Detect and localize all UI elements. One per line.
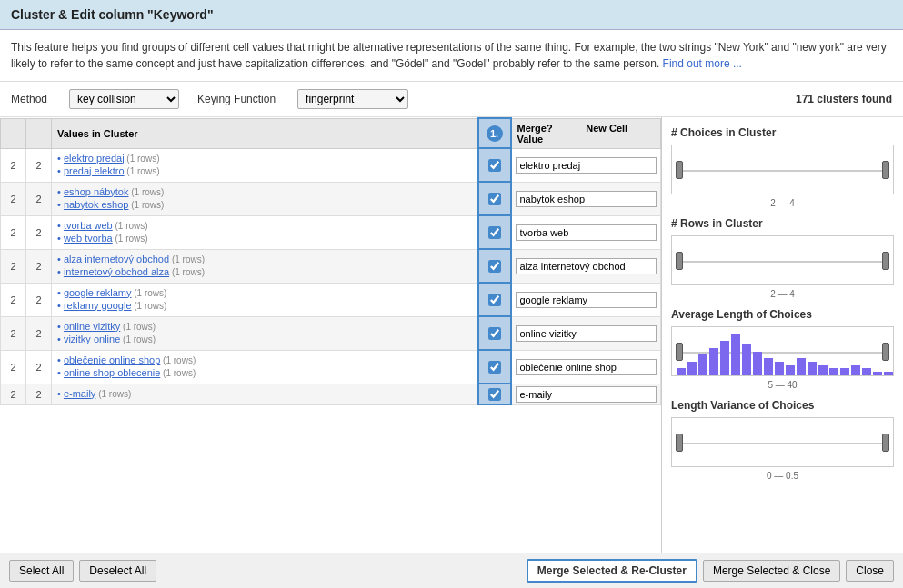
- cluster-values: tvorba web (1 rows)web tvorba (1 rows): [52, 215, 478, 249]
- col-header-merge-cb: 1.: [478, 118, 511, 148]
- cluster-values: e-maily (1 rows): [52, 384, 478, 404]
- histogram-bar: [720, 341, 729, 375]
- merge-reselect-button[interactable]: Merge Selected & Re-Cluster: [527, 559, 697, 583]
- merge-value-cell: [511, 316, 661, 350]
- merge-checkbox-cell: [478, 350, 511, 384]
- cluster-values: google reklamy (1 rows)reklamy google (1…: [52, 283, 478, 316]
- cluster-value-link[interactable]: web tvorba: [64, 233, 113, 244]
- cluster-value-link[interactable]: tvorba web: [64, 220, 113, 231]
- list-item: web tvorba (1 rows): [57, 233, 472, 244]
- histogram-bar: [808, 362, 817, 375]
- cluster-values: alza internetový obchod (1 rows)internet…: [52, 249, 478, 283]
- row-count-label: (1 rows): [95, 389, 131, 399]
- histogram-bar: [851, 365, 860, 375]
- row-count: 2: [26, 283, 52, 316]
- cluster-value-link[interactable]: online shop oblecenie: [64, 367, 160, 378]
- merge-checkbox[interactable]: [488, 226, 501, 239]
- choices-slider-right[interactable]: [882, 161, 889, 179]
- cluster-value-link[interactable]: e-maily: [64, 388, 95, 399]
- deselect-all-button[interactable]: Deselect All: [79, 560, 156, 582]
- merge-checkbox[interactable]: [488, 388, 501, 401]
- table-row: 22online vizitky (1 rows)vizitky online …: [1, 316, 661, 350]
- cluster-value-link[interactable]: online vizitky: [64, 321, 120, 332]
- description-text: This feature helps you find groups of di…: [11, 41, 887, 70]
- cluster-count: 2: [1, 384, 26, 404]
- cluster-value-link[interactable]: internetový obchod alza: [64, 266, 169, 277]
- rows-slider-left[interactable]: [676, 252, 683, 270]
- list-item: alza internetový obchod (1 rows): [57, 254, 472, 264]
- histogram-bar: [884, 372, 893, 375]
- histogram-bar: [753, 352, 762, 375]
- merge-checkbox[interactable]: [488, 193, 501, 205]
- cluster-value-link[interactable]: google reklamy: [64, 287, 132, 298]
- main-area: Values in Cluster 1. Merge? New Cell Val…: [0, 117, 903, 553]
- method-select[interactable]: key collision nearest neighbor: [69, 89, 179, 109]
- merge-value-input[interactable]: [516, 224, 657, 241]
- histogram-bar: [677, 368, 686, 375]
- cluster-count: 2: [1, 316, 26, 350]
- merge-value-input[interactable]: [516, 292, 657, 308]
- cluster-value-link[interactable]: elektro predaj: [64, 153, 125, 164]
- cluster-value-link[interactable]: nabytok eshop: [64, 199, 129, 210]
- cluster-value-link[interactable]: eshop nábytok: [64, 186, 129, 197]
- cluster-count: 2: [1, 350, 26, 384]
- row-count-label: (1 rows): [113, 234, 148, 244]
- list-item: elektro predaj (1 rows): [57, 153, 472, 164]
- cluster-value-link[interactable]: oblečenie online shop: [64, 354, 160, 365]
- table-row: 22tvorba web (1 rows)web tvorba (1 rows): [1, 215, 661, 249]
- merge-value-input[interactable]: [516, 258, 657, 274]
- table-area[interactable]: Values in Cluster 1. Merge? New Cell Val…: [0, 117, 662, 553]
- length-var-title: Length Variance of Choices: [671, 399, 894, 412]
- avg-length-range: 5 — 40: [671, 380, 894, 390]
- cluster-value-link[interactable]: alza internetový obchod: [64, 254, 169, 264]
- row-count-label: (1 rows): [160, 355, 196, 365]
- row-count-label: (1 rows): [169, 267, 205, 277]
- find-out-more-link[interactable]: Find out more ...: [663, 57, 742, 70]
- cluster-value-link[interactable]: predaj elektro: [64, 165, 125, 176]
- table-row: 22eshop nábytok (1 rows)nabytok eshop (1…: [1, 182, 661, 215]
- merge-checkbox-cell: [478, 215, 511, 249]
- row-count-label: (1 rows): [132, 288, 167, 298]
- row-count: 2: [26, 316, 52, 350]
- cluster-values: elektro predaj (1 rows)predaj elektro (1…: [52, 148, 478, 182]
- merge-value-input[interactable]: [516, 191, 657, 207]
- rows-slider-right[interactable]: [882, 252, 889, 270]
- histogram-bar: [797, 358, 806, 375]
- merge-checkbox[interactable]: [488, 361, 501, 374]
- method-bar: Method key collision nearest neighbor Ke…: [0, 82, 903, 117]
- merge-value-input[interactable]: [516, 359, 657, 375]
- table-row: 22google reklamy (1 rows)reklamy google …: [1, 283, 661, 316]
- row-count: 2: [26, 350, 52, 384]
- choices-slider-left[interactable]: [676, 161, 683, 179]
- list-item: online shop oblecenie (1 rows): [57, 367, 472, 378]
- keying-select[interactable]: fingerprint ngram-fingerprint metaphone3…: [297, 89, 408, 109]
- close-button[interactable]: Close: [846, 560, 894, 582]
- row-count-label: (1 rows): [160, 368, 196, 378]
- length-var-slider-left[interactable]: [676, 434, 683, 452]
- rows-chart: [671, 235, 894, 285]
- list-item: nabytok eshop (1 rows): [57, 199, 472, 210]
- row-count-label: (1 rows): [128, 187, 164, 197]
- merge-value-cell: [511, 182, 661, 215]
- method-label: Method: [11, 93, 47, 105]
- cluster-value-link[interactable]: vizitky online: [64, 334, 120, 344]
- merge-close-button[interactable]: Merge Selected & Close: [703, 560, 840, 582]
- merge-checkbox[interactable]: [488, 159, 501, 172]
- histogram-bar: [731, 334, 740, 375]
- merge-checkbox[interactable]: [488, 260, 501, 273]
- merge-value-input[interactable]: [516, 157, 657, 174]
- list-item: eshop nábytok (1 rows): [57, 186, 472, 197]
- cluster-values: eshop nábytok (1 rows)nabytok eshop (1 r…: [52, 182, 478, 215]
- select-all-button[interactable]: Select All: [9, 560, 74, 582]
- merge-checkbox[interactable]: [488, 294, 501, 306]
- cluster-count: 2: [1, 215, 26, 249]
- row-count-label: (1 rows): [125, 166, 160, 176]
- rows-range: 2 — 4: [671, 289, 894, 299]
- length-var-range: 0 — 0.5: [671, 471, 894, 481]
- length-var-slider-right[interactable]: [882, 434, 889, 452]
- merge-value-input[interactable]: [516, 325, 657, 342]
- merge-value-input[interactable]: [516, 386, 657, 403]
- merge-checkbox[interactable]: [488, 327, 501, 340]
- list-item: internetový obchod alza (1 rows): [57, 266, 472, 277]
- cluster-value-link[interactable]: reklamy google: [64, 300, 132, 311]
